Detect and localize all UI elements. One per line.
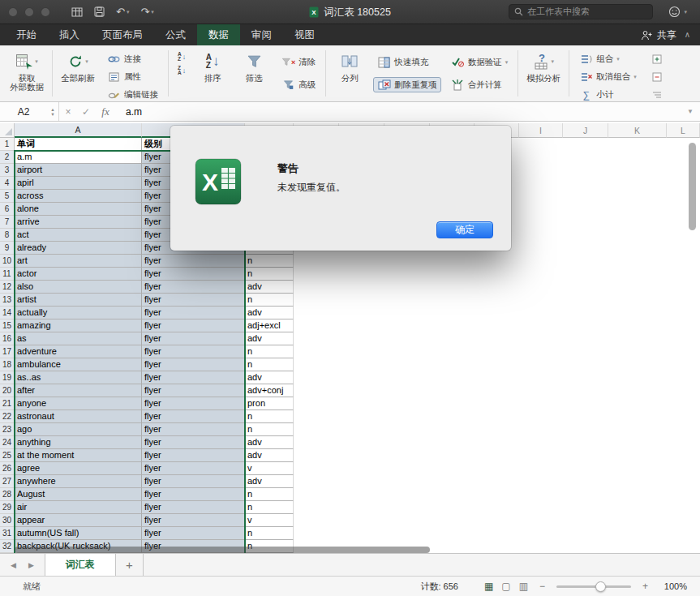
row-header[interactable]: 19 xyxy=(0,371,15,384)
cell[interactable]: agree xyxy=(15,462,142,475)
subtotal-button[interactable]: ∑ 小计 xyxy=(575,87,641,102)
zoom-level[interactable]: 100% xyxy=(659,581,687,591)
show-detail-button[interactable] xyxy=(646,51,668,66)
what-if-analysis-button[interactable]: ? ▾ 模拟分析 xyxy=(524,49,563,84)
empty-cells[interactable] xyxy=(294,371,700,384)
remove-duplicates-button[interactable]: 删除重复项 xyxy=(373,77,441,92)
cell[interactable]: 单词 xyxy=(15,138,142,151)
cell[interactable]: flyer xyxy=(142,397,245,410)
row-header[interactable]: 4 xyxy=(0,177,15,190)
cell[interactable]: anywhere xyxy=(15,475,142,488)
row-header[interactable]: 13 xyxy=(0,294,15,307)
cell[interactable]: adv+conj xyxy=(245,384,294,397)
ribbon-tab[interactable]: 插入 xyxy=(48,24,91,45)
row-header[interactable]: 18 xyxy=(0,358,15,371)
cell[interactable]: flyer xyxy=(142,319,245,332)
formula-input[interactable]: a.m xyxy=(126,106,142,118)
redo-button[interactable]: ↷▾ xyxy=(140,6,153,17)
cell[interactable]: adv xyxy=(245,449,294,462)
cell[interactable]: flyer xyxy=(142,358,245,371)
cell[interactable]: also xyxy=(15,281,142,294)
cell[interactable]: flyer xyxy=(142,501,245,514)
cell[interactable]: flyer xyxy=(142,488,245,501)
column-header[interactable]: L xyxy=(667,123,700,138)
zoom-button[interactable] xyxy=(41,7,50,17)
cell[interactable]: n xyxy=(245,501,294,514)
consolidate-button[interactable]: 合并计算 xyxy=(447,77,513,92)
cell[interactable]: v xyxy=(245,462,294,475)
connections-button[interactable]: 连接 xyxy=(103,51,162,66)
cell[interactable]: flyer xyxy=(142,449,245,462)
cell[interactable]: appear xyxy=(15,514,142,527)
empty-cells[interactable] xyxy=(294,397,700,410)
cell[interactable]: airport xyxy=(15,164,142,177)
cell[interactable]: autumn(US fall) xyxy=(15,527,142,540)
empty-cells[interactable] xyxy=(294,319,700,332)
row-header[interactable]: 3 xyxy=(0,164,15,177)
refresh-all-button[interactable]: ▾ 全部刷新 xyxy=(58,49,97,84)
page-layout-view-icon[interactable]: ▢ xyxy=(501,581,510,592)
cell[interactable]: flyer xyxy=(142,307,245,319)
empty-cells[interactable] xyxy=(294,268,700,281)
cell[interactable]: alone xyxy=(15,203,142,216)
zoom-out-icon[interactable]: − xyxy=(539,581,545,592)
row-header[interactable]: 20 xyxy=(0,384,15,397)
clear-filter-button[interactable]: × 清除 xyxy=(277,54,320,70)
cell[interactable]: n xyxy=(245,268,294,281)
data-validation-button[interactable]: 数据验证 ▾ xyxy=(447,54,513,70)
cell[interactable]: already xyxy=(15,242,142,255)
sheet-tab-active[interactable]: 词汇表 xyxy=(45,554,116,576)
text-to-columns-button[interactable]: 分列 xyxy=(332,49,367,84)
add-sheet-button[interactable]: + xyxy=(116,554,144,576)
empty-cells[interactable] xyxy=(294,488,700,501)
empty-cells[interactable] xyxy=(294,436,700,449)
cell[interactable]: air xyxy=(15,501,142,514)
empty-cells[interactable] xyxy=(294,384,700,397)
row-header[interactable]: 24 xyxy=(0,436,15,449)
empty-cells[interactable] xyxy=(294,410,700,423)
empty-cells[interactable] xyxy=(294,294,700,307)
row-header[interactable]: 26 xyxy=(0,462,15,475)
row-header[interactable]: 7 xyxy=(0,216,15,229)
empty-cells[interactable] xyxy=(294,514,700,527)
sort-ascending-button[interactable]: AZ↓ xyxy=(174,51,189,62)
row-header[interactable]: 21 xyxy=(0,397,15,410)
cell[interactable]: actually xyxy=(15,307,142,319)
empty-cells[interactable] xyxy=(294,281,700,294)
row-header[interactable]: 15 xyxy=(0,319,15,332)
cell[interactable]: adventure xyxy=(15,345,142,358)
horizontal-scrollbar[interactable] xyxy=(15,547,430,553)
properties-button[interactable]: 属性 xyxy=(103,69,162,84)
cell[interactable]: August xyxy=(15,488,142,501)
cell[interactable]: n xyxy=(245,527,294,540)
cell[interactable]: after xyxy=(15,384,142,397)
share-button[interactable]: 共享 xyxy=(641,24,685,45)
empty-cells[interactable] xyxy=(294,501,700,514)
sort-descending-button[interactable]: ZA↓ xyxy=(174,65,189,76)
row-header[interactable]: 11 xyxy=(0,268,15,281)
cell[interactable]: flyer xyxy=(142,345,245,358)
cell[interactable]: flyer xyxy=(142,410,245,423)
cell[interactable]: anything xyxy=(15,436,142,449)
cancel-entry-icon[interactable]: × xyxy=(59,106,77,118)
column-header[interactable]: K xyxy=(608,123,667,138)
vertical-scrollbar[interactable] xyxy=(689,143,696,230)
cell[interactable]: pron xyxy=(245,397,294,410)
row-header[interactable]: 30 xyxy=(0,514,15,527)
normal-view-icon[interactable]: ▦ xyxy=(484,581,493,592)
cell[interactable]: n xyxy=(245,255,294,268)
advanced-filter-button[interactable]: 高级 xyxy=(277,77,320,92)
cell[interactable]: flyer xyxy=(142,371,245,384)
cell[interactable]: adv xyxy=(245,371,294,384)
cell[interactable]: flyer xyxy=(142,436,245,449)
collapse-ribbon-icon[interactable]: ∧ xyxy=(685,24,700,45)
column-header[interactable]: A xyxy=(15,123,142,138)
row-header[interactable]: 28 xyxy=(0,488,15,501)
cell[interactable]: flyer xyxy=(142,462,245,475)
filter-button[interactable]: 筛选 xyxy=(236,49,272,84)
cell[interactable]: arrive xyxy=(15,216,142,229)
zoom-in-icon[interactable]: + xyxy=(642,581,648,592)
cell[interactable]: artist xyxy=(15,294,142,307)
cell[interactable]: as xyxy=(15,332,142,345)
cell[interactable]: adj+excl xyxy=(245,319,294,332)
